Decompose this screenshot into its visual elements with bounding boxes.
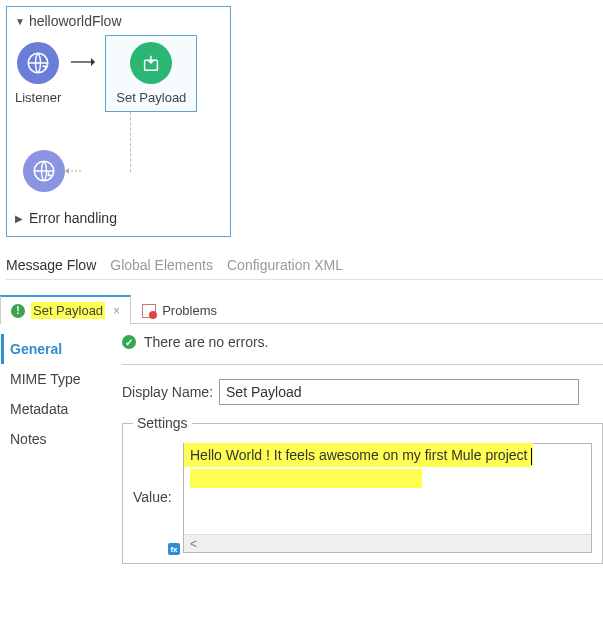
settings-fieldset: Settings Value: Hello World ! It feels a… xyxy=(122,415,603,564)
value-label: Value: xyxy=(133,489,183,505)
bottom-panel-tabs: ! Set Payload × Problems xyxy=(0,294,603,324)
highlight-tail xyxy=(190,469,422,488)
set-payload-icon xyxy=(130,42,172,84)
svg-marker-6 xyxy=(65,168,69,174)
value-text: Hello World ! It feels awesome on my fir… xyxy=(184,443,533,467)
set-payload-node[interactable]: Set Payload xyxy=(105,35,197,112)
display-name-label: Display Name: xyxy=(122,384,213,400)
sidebar-item-general[interactable]: General xyxy=(1,334,110,364)
error-handling-section[interactable]: ▶ Error handling xyxy=(15,210,222,226)
fx-icon[interactable]: fx xyxy=(168,543,180,555)
text-caret xyxy=(531,448,532,465)
properties-sidebar: General MIME Type Metadata Notes xyxy=(0,324,110,564)
panel-tab-problems[interactable]: Problems xyxy=(131,297,228,323)
collapse-triangle-icon[interactable]: ▼ xyxy=(15,16,25,27)
properties-panel: General MIME Type Metadata Notes ✓ There… xyxy=(0,324,603,564)
panel-tab-set-payload[interactable]: ! Set Payload × xyxy=(0,295,131,324)
sidebar-item-metadata[interactable]: Metadata xyxy=(10,394,110,424)
flow-name-label: helloworldFlow xyxy=(29,13,122,29)
status-text: There are no errors. xyxy=(144,334,269,350)
flow-path-line xyxy=(80,112,131,172)
tab-configuration-xml[interactable]: Configuration XML xyxy=(227,257,343,273)
globe-out-icon xyxy=(23,150,65,192)
flow-arrow-icon xyxy=(71,57,95,67)
check-icon: ✓ xyxy=(122,335,136,349)
svg-marker-2 xyxy=(91,58,95,66)
sidebar-item-notes[interactable]: Notes xyxy=(10,424,110,454)
canvas-tabs: Message Flow Global Elements Configurati… xyxy=(6,257,603,280)
flow-container: ▼ helloworldFlow Listener xyxy=(6,6,231,237)
horizontal-scrollbar[interactable]: < xyxy=(184,534,591,552)
sidebar-item-mime-type[interactable]: MIME Type xyxy=(10,364,110,394)
globe-icon xyxy=(17,42,59,84)
chevron-left-icon[interactable]: < xyxy=(190,537,197,551)
status-dot-icon: ! xyxy=(11,304,25,318)
value-input[interactable]: Hello World ! It feels awesome on my fir… xyxy=(183,443,592,553)
tab-message-flow[interactable]: Message Flow xyxy=(6,257,96,273)
response-node[interactable] xyxy=(23,150,65,192)
listener-node[interactable]: Listener xyxy=(15,42,61,105)
display-name-input[interactable] xyxy=(219,379,579,405)
settings-legend: Settings xyxy=(133,415,192,431)
panel-tab-label: Set Payload xyxy=(31,302,105,319)
problems-icon xyxy=(142,304,156,318)
panel-tab-label: Problems xyxy=(162,303,217,318)
set-payload-label: Set Payload xyxy=(116,90,186,105)
listener-label: Listener xyxy=(15,90,61,105)
return-arrow-icon xyxy=(65,166,81,176)
error-handling-label: Error handling xyxy=(29,210,117,226)
close-icon[interactable]: × xyxy=(113,304,120,318)
properties-main: ✓ There are no errors. Display Name: Set… xyxy=(110,324,603,564)
expand-triangle-icon[interactable]: ▶ xyxy=(15,213,23,224)
tab-global-elements[interactable]: Global Elements xyxy=(110,257,213,273)
